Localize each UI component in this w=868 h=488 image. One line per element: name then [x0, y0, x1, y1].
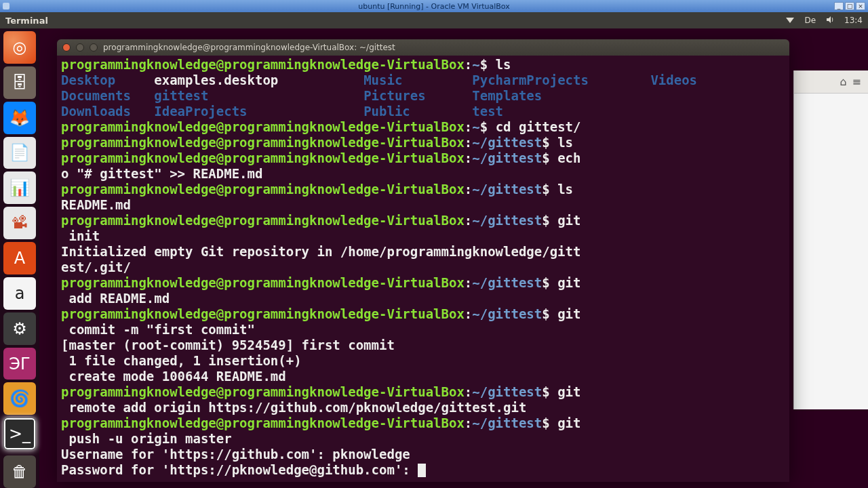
terminal-window: programmingknowledge@programmingknowledg…	[57, 39, 789, 482]
home-icon[interactable]: ⌂	[840, 75, 846, 88]
launcher-impress[interactable]: 📽	[3, 207, 36, 239]
terminal-titlebar[interactable]: programmingknowledge@programmingknowledg…	[57, 39, 789, 56]
launcher-app-cc[interactable]: 🌀	[3, 382, 36, 415]
virtualbox-titlebar: ubuntu [Running] - Oracle VM VirtualBox …	[0, 0, 868, 12]
launcher-app-jt[interactable]: ЭГ	[3, 348, 36, 380]
active-app-menu[interactable]: Terminal	[5, 16, 48, 26]
vbox-title: ubuntu [Running] - Oracle VM VirtualBox	[358, 2, 510, 11]
launcher-amazon[interactable]: a	[3, 277, 36, 310]
keyboard-layout-indicator[interactable]: De	[804, 16, 816, 25]
terminal-close-button[interactable]	[62, 43, 71, 52]
vbox-window-controls[interactable]: _ □ ×	[834, 2, 865, 10]
launcher-firefox[interactable]: 🦊	[3, 102, 36, 134]
vbox-maximize-button[interactable]: □	[845, 2, 854, 10]
sound-icon[interactable]	[825, 15, 835, 26]
launcher-dash[interactable]: ◎	[3, 31, 36, 64]
launcher-calc[interactable]: 📊	[3, 171, 36, 204]
vbox-icon	[3, 3, 9, 9]
launcher-terminal[interactable]: >_	[3, 418, 36, 450]
vbox-close-button[interactable]: ×	[856, 2, 865, 10]
launcher-files[interactable]: 🗄	[3, 66, 36, 99]
launcher-software-center[interactable]: A	[3, 242, 36, 274]
background-window: ⌂ ≡	[793, 70, 868, 409]
terminal-maximize-button[interactable]	[90, 43, 98, 52]
hamburger-icon[interactable]: ≡	[852, 75, 861, 88]
unity-launcher: ◎ 🗄 🦊 📄 📊 📽 A a ⚙ ЭГ 🌀 >_ 🗑	[0, 28, 39, 488]
terminal-body[interactable]: programmingknowledge@programmingknowledg…	[57, 56, 789, 482]
terminal-minimize-button[interactable]	[76, 43, 84, 52]
network-icon[interactable]	[785, 15, 795, 26]
launcher-trash[interactable]: 🗑	[3, 455, 36, 488]
vbox-minimize-button[interactable]: _	[834, 2, 844, 10]
ubuntu-desktop: Terminal De 13:4 ◎ 🗄 🦊 📄 📊 📽 A a ⚙ ЭГ 🌀 …	[0, 12, 868, 488]
launcher-settings[interactable]: ⚙	[3, 312, 36, 345]
terminal-title: programmingknowledge@programmingknowledg…	[103, 43, 395, 52]
launcher-writer[interactable]: 📄	[3, 137, 36, 169]
gnome-top-panel: Terminal De 13:4	[0, 12, 868, 28]
clock[interactable]: 13:4	[844, 16, 863, 25]
